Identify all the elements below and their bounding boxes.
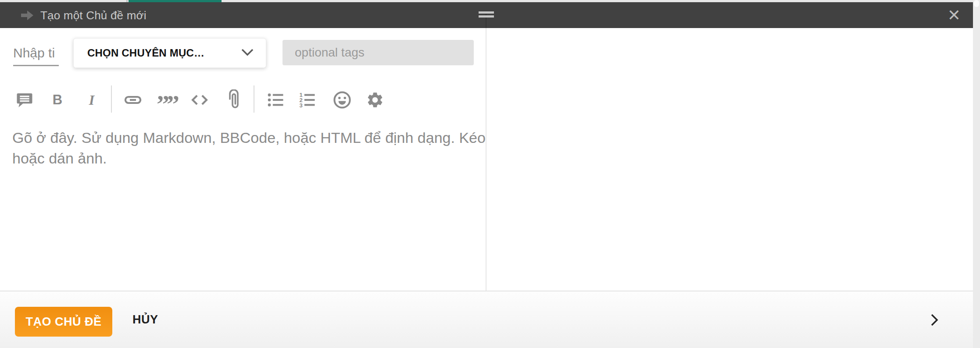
italic-icon[interactable]: I xyxy=(81,89,102,110)
emoji-icon[interactable] xyxy=(332,89,353,110)
grip-bar xyxy=(479,15,494,18)
bold-icon[interactable]: B xyxy=(47,89,68,110)
editor-placeholder: Gõ ở đây. Sử dụng Markdown, BBCode, hoặc… xyxy=(12,128,486,169)
toggle-preview-chevron-icon[interactable] xyxy=(929,312,940,328)
composer-panel: Tạo một Chủ đề mới ✕ CHỌN CHUYÊN MỤC… xyxy=(0,2,973,348)
bulleted-list-icon[interactable] xyxy=(265,89,286,110)
editor-pane: CHỌN CHUYÊN MỤC… xyxy=(0,28,486,291)
composer-title: Tạo một Chủ đề mới xyxy=(40,8,147,22)
cancel-button[interactable]: HỦY xyxy=(132,291,158,348)
svg-text:3: 3 xyxy=(300,102,303,109)
category-select-value: CHỌN CHUYÊN MỤC… xyxy=(87,47,240,59)
options-gear-icon[interactable] xyxy=(365,89,386,110)
editor-placeholder-line: Gõ ở đây. Sử dụng Markdown, BBCode, hoặc… xyxy=(12,128,486,148)
preview-pane xyxy=(486,28,973,291)
page-scrollbar[interactable] xyxy=(973,0,980,348)
create-topic-button[interactable]: TẠO CHỦ ĐỀ xyxy=(15,307,112,337)
upload-attachment-icon[interactable] xyxy=(223,89,244,110)
page-scrollbar-thumb[interactable] xyxy=(974,0,979,7)
topic-title-input[interactable] xyxy=(13,46,59,66)
quote-post-icon[interactable] xyxy=(14,89,35,110)
code-icon[interactable] xyxy=(189,89,210,110)
editor-placeholder-line: hoặc dán ảnh. xyxy=(12,148,486,169)
numbered-list-icon[interactable]: 1 2 3 xyxy=(297,89,318,110)
toolbar-divider xyxy=(111,85,112,113)
hyperlink-icon[interactable] xyxy=(122,89,143,110)
toolbar-divider xyxy=(254,85,254,113)
composer-main: CHỌN CHUYÊN MỤC… xyxy=(0,28,973,291)
tags-input[interactable] xyxy=(283,40,474,65)
screen: Tạo một Chủ đề mới ✕ CHỌN CHUYÊN MỤC… xyxy=(0,0,980,348)
grip-bar xyxy=(479,11,494,14)
resize-grip[interactable] xyxy=(479,11,494,18)
new-topic-arrow-icon xyxy=(20,9,34,23)
composer-footer: TẠO CHỦ ĐỀ HỦY xyxy=(0,291,973,348)
close-icon[interactable]: ✕ xyxy=(948,7,961,23)
composer-header: Tạo một Chủ đề mới ✕ xyxy=(0,2,973,28)
category-select[interactable]: CHỌN CHUYÊN MỤC… xyxy=(73,38,266,68)
chevron-down-icon xyxy=(240,48,254,58)
blockquote-icon[interactable]: ”” xyxy=(156,89,177,110)
editor-textarea[interactable]: Gõ ở đây. Sử dụng Markdown, BBCode, hoặc… xyxy=(0,124,486,291)
